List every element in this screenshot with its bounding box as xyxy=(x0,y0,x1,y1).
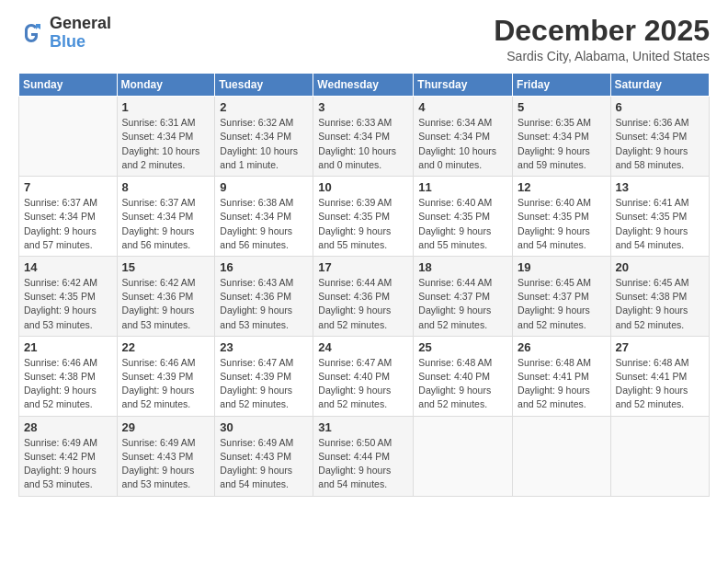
day-info: Sunrise: 6:36 AMSunset: 4:34 PMDaylight:… xyxy=(616,116,704,172)
table-row xyxy=(610,416,709,496)
table-row: 29Sunrise: 6:49 AMSunset: 4:43 PMDayligh… xyxy=(117,416,215,496)
day-number: 1 xyxy=(122,100,210,114)
day-number: 11 xyxy=(418,180,507,194)
day-info: Sunrise: 6:31 AMSunset: 4:34 PMDaylight:… xyxy=(122,116,210,172)
day-info: Sunrise: 6:37 AMSunset: 4:34 PMDaylight:… xyxy=(24,196,112,252)
calendar-table: Sunday Monday Tuesday Wednesday Thursday… xyxy=(18,73,710,496)
day-info: Sunrise: 6:46 AMSunset: 4:38 PMDaylight:… xyxy=(24,356,112,412)
logo: General Blue xyxy=(18,15,111,52)
day-info: Sunrise: 6:47 AMSunset: 4:40 PMDaylight:… xyxy=(318,356,408,412)
table-row: 15Sunrise: 6:42 AMSunset: 4:36 PMDayligh… xyxy=(117,256,215,336)
day-info: Sunrise: 6:47 AMSunset: 4:39 PMDaylight:… xyxy=(220,356,308,412)
table-row: 17Sunrise: 6:44 AMSunset: 4:36 PMDayligh… xyxy=(313,256,414,336)
table-row: 30Sunrise: 6:49 AMSunset: 4:43 PMDayligh… xyxy=(215,416,313,496)
table-row: 8Sunrise: 6:37 AMSunset: 4:34 PMDaylight… xyxy=(117,177,215,257)
table-row: 4Sunrise: 6:34 AMSunset: 4:34 PMDaylight… xyxy=(414,97,513,177)
day-info: Sunrise: 6:48 AMSunset: 4:41 PMDaylight:… xyxy=(518,356,606,412)
day-number: 10 xyxy=(318,180,408,194)
day-info: Sunrise: 6:44 AMSunset: 4:36 PMDaylight:… xyxy=(318,276,408,332)
svg-marker-0 xyxy=(36,24,40,29)
col-monday: Monday xyxy=(117,74,215,97)
logo-text: General Blue xyxy=(50,15,111,52)
col-saturday: Saturday xyxy=(610,74,709,97)
day-number: 13 xyxy=(616,180,704,194)
calendar-week-row: 21Sunrise: 6:46 AMSunset: 4:38 PMDayligh… xyxy=(19,336,710,416)
table-row: 7Sunrise: 6:37 AMSunset: 4:34 PMDaylight… xyxy=(19,177,118,257)
location-subtitle: Sardis City, Alabama, United States xyxy=(494,49,710,63)
table-row: 18Sunrise: 6:44 AMSunset: 4:37 PMDayligh… xyxy=(414,256,513,336)
day-info: Sunrise: 6:48 AMSunset: 4:41 PMDaylight:… xyxy=(616,356,704,412)
table-row: 23Sunrise: 6:47 AMSunset: 4:39 PMDayligh… xyxy=(215,336,313,416)
table-row: 10Sunrise: 6:39 AMSunset: 4:35 PMDayligh… xyxy=(313,177,414,257)
title-area: December 2025 Sardis City, Alabama, Unit… xyxy=(494,15,710,63)
day-number: 26 xyxy=(518,340,606,354)
month-title: December 2025 xyxy=(494,15,710,47)
day-number: 20 xyxy=(616,260,704,274)
calendar-body: 1Sunrise: 6:31 AMSunset: 4:34 PMDaylight… xyxy=(19,97,710,496)
col-wednesday: Wednesday xyxy=(313,74,414,97)
day-info: Sunrise: 6:49 AMSunset: 4:43 PMDaylight:… xyxy=(122,436,210,492)
day-number: 15 xyxy=(122,260,210,274)
col-tuesday: Tuesday xyxy=(215,74,313,97)
day-info: Sunrise: 6:39 AMSunset: 4:35 PMDaylight:… xyxy=(318,196,408,252)
day-number: 31 xyxy=(318,420,408,434)
table-row: 28Sunrise: 6:49 AMSunset: 4:42 PMDayligh… xyxy=(19,416,118,496)
day-number: 2 xyxy=(220,100,308,114)
calendar-week-row: 14Sunrise: 6:42 AMSunset: 4:35 PMDayligh… xyxy=(19,256,710,336)
day-info: Sunrise: 6:40 AMSunset: 4:35 PMDaylight:… xyxy=(418,196,507,252)
day-number: 29 xyxy=(122,420,210,434)
day-number: 24 xyxy=(318,340,408,354)
table-row: 20Sunrise: 6:45 AMSunset: 4:38 PMDayligh… xyxy=(610,256,709,336)
day-info: Sunrise: 6:42 AMSunset: 4:35 PMDaylight:… xyxy=(24,276,112,332)
table-row: 3Sunrise: 6:33 AMSunset: 4:34 PMDaylight… xyxy=(313,97,414,177)
day-number: 30 xyxy=(220,420,308,434)
day-info: Sunrise: 6:45 AMSunset: 4:38 PMDaylight:… xyxy=(616,276,704,332)
calendar-week-row: 28Sunrise: 6:49 AMSunset: 4:42 PMDayligh… xyxy=(19,416,710,496)
day-number: 23 xyxy=(220,340,308,354)
day-number: 3 xyxy=(318,100,408,114)
day-info: Sunrise: 6:44 AMSunset: 4:37 PMDaylight:… xyxy=(418,276,507,332)
day-info: Sunrise: 6:46 AMSunset: 4:39 PMDaylight:… xyxy=(122,356,210,412)
day-number: 19 xyxy=(518,260,606,274)
day-number: 21 xyxy=(24,340,112,354)
day-info: Sunrise: 6:35 AMSunset: 4:34 PMDaylight:… xyxy=(518,116,606,172)
table-row: 25Sunrise: 6:48 AMSunset: 4:40 PMDayligh… xyxy=(414,336,513,416)
table-row: 6Sunrise: 6:36 AMSunset: 4:34 PMDaylight… xyxy=(610,97,709,177)
day-number: 28 xyxy=(24,420,112,434)
day-number: 6 xyxy=(616,100,704,114)
col-sunday: Sunday xyxy=(19,74,118,97)
day-number: 12 xyxy=(518,180,606,194)
day-info: Sunrise: 6:42 AMSunset: 4:36 PMDaylight:… xyxy=(122,276,210,332)
day-info: Sunrise: 6:37 AMSunset: 4:34 PMDaylight:… xyxy=(122,196,210,252)
day-info: Sunrise: 6:43 AMSunset: 4:36 PMDaylight:… xyxy=(220,276,308,332)
table-row: 31Sunrise: 6:50 AMSunset: 4:44 PMDayligh… xyxy=(313,416,414,496)
day-info: Sunrise: 6:38 AMSunset: 4:34 PMDaylight:… xyxy=(220,196,308,252)
day-number: 9 xyxy=(220,180,308,194)
day-number: 14 xyxy=(24,260,112,274)
day-number: 17 xyxy=(318,260,408,274)
day-number: 16 xyxy=(220,260,308,274)
day-number: 8 xyxy=(122,180,210,194)
calendar-header-row: Sunday Monday Tuesday Wednesday Thursday… xyxy=(19,74,710,97)
day-number: 27 xyxy=(616,340,704,354)
table-row: 11Sunrise: 6:40 AMSunset: 4:35 PMDayligh… xyxy=(414,177,513,257)
day-info: Sunrise: 6:34 AMSunset: 4:34 PMDaylight:… xyxy=(418,116,507,172)
table-row: 19Sunrise: 6:45 AMSunset: 4:37 PMDayligh… xyxy=(513,256,611,336)
logo-icon xyxy=(18,20,44,46)
day-number: 4 xyxy=(418,100,507,114)
day-info: Sunrise: 6:49 AMSunset: 4:42 PMDaylight:… xyxy=(24,436,112,492)
day-number: 7 xyxy=(24,180,112,194)
col-thursday: Thursday xyxy=(414,74,513,97)
table-row: 1Sunrise: 6:31 AMSunset: 4:34 PMDaylight… xyxy=(117,97,215,177)
day-number: 18 xyxy=(418,260,507,274)
col-friday: Friday xyxy=(513,74,611,97)
table-row: 26Sunrise: 6:48 AMSunset: 4:41 PMDayligh… xyxy=(513,336,611,416)
table-row: 14Sunrise: 6:42 AMSunset: 4:35 PMDayligh… xyxy=(19,256,118,336)
calendar-week-row: 1Sunrise: 6:31 AMSunset: 4:34 PMDaylight… xyxy=(19,97,710,177)
day-info: Sunrise: 6:33 AMSunset: 4:34 PMDaylight:… xyxy=(318,116,408,172)
day-info: Sunrise: 6:32 AMSunset: 4:34 PMDaylight:… xyxy=(220,116,308,172)
table-row xyxy=(414,416,513,496)
calendar-week-row: 7Sunrise: 6:37 AMSunset: 4:34 PMDaylight… xyxy=(19,177,710,257)
table-row: 5Sunrise: 6:35 AMSunset: 4:34 PMDaylight… xyxy=(513,97,611,177)
logo-general-text: General xyxy=(50,15,111,33)
